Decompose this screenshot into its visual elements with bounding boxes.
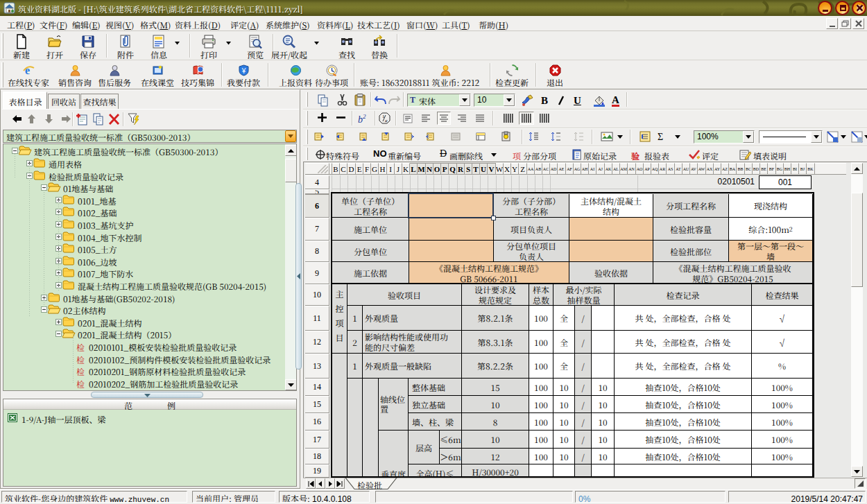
svg-text:a: a [385, 118, 388, 123]
svg-text:¥: ¥ [241, 67, 246, 75]
